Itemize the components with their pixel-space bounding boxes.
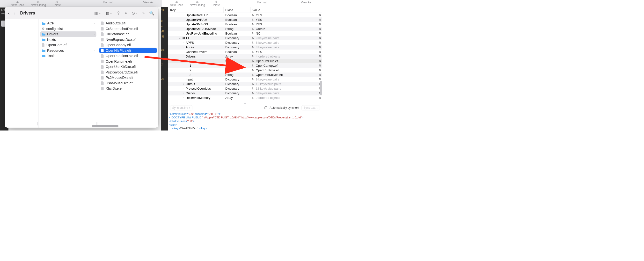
toolbar-new-child[interactable]: ⊕New Child	[170, 1, 183, 7]
nav-forward-button[interactable]: ›	[14, 10, 16, 16]
outline-row[interactable]: ›OutputDictionary⇅12 key/value pairs⇅	[168, 82, 322, 86]
finder-item[interactable]: ACPI›	[40, 20, 96, 26]
finder-title: Drivers	[20, 10, 35, 16]
outline-row[interactable]: ›InputDictionary⇅9 key/value pairs⇅	[168, 77, 322, 82]
toolbar-format[interactable]: Format	[104, 1, 113, 4]
pane-drag-handle[interactable]	[168, 102, 322, 105]
outline-row[interactable]: ›APFSDictionary⇅6 key/value pairs⇅	[168, 40, 322, 45]
finder-item[interactable]: OpenCore.efi	[40, 42, 96, 48]
outline-row[interactable]: ›ProtocolOverridesDictionary⇅18 key/valu…	[168, 86, 322, 91]
outline-row[interactable]: ›QuirksDictionary⇅6 key/value pairs⇅	[168, 91, 322, 96]
code-gutter-sliver: '/s te /s 要 项, co '/t r9	[161, 7, 168, 130]
toolbar-new-sibling[interactable]: ⊕New Sibling	[31, 1, 46, 7]
finder-item[interactable]: CrScreenshotDxe.efi	[99, 26, 157, 32]
column-resize-handle[interactable]	[97, 122, 98, 126]
outline-row[interactable]: 0String⇅OpenHfsPlus.efi⇅	[168, 59, 322, 63]
sync-text-button[interactable]: Sync text ↓	[302, 105, 320, 110]
outline-row[interactable]: ›ReservedMemoryArray⇅2 ordered objects⇅	[168, 96, 322, 100]
overflow-icon[interactable]: »	[142, 10, 146, 16]
nav-back-button[interactable]: ‹	[8, 10, 10, 16]
outline-rows: UpdateDataHubBoolean⇅YES⇅UpdateNVRAMBool…	[168, 13, 322, 100]
auto-sync-checkbox[interactable]: ✓	[264, 106, 267, 109]
vertical-scrollbar[interactable]	[320, 13, 322, 101]
outline-row[interactable]: ⌄UEFIDictionary⇅9 key/value pairs⇅	[168, 36, 322, 40]
finder-item[interactable]: OpenRuntime.efi	[99, 59, 157, 64]
group-icon[interactable]: ▦⌄	[104, 10, 113, 16]
finder-item[interactable]: NvmExpressDxe.efi	[99, 37, 157, 42]
left-app-toolbar: ⊕New Child ⊕New Sibling ⊖Delete Format V…	[0, 0, 162, 7]
column-value-header[interactable]: Value	[251, 7, 322, 13]
outline-row[interactable]: ›AudioDictionary⇅8 key/value pairs⇅	[168, 45, 322, 50]
actions-icon[interactable]: ⊙⌄	[130, 10, 139, 16]
horizontal-scroll-thumb[interactable]	[92, 125, 118, 127]
finder-item[interactable]: UsbMouseDxe.efi	[99, 80, 157, 86]
right-toolbar: ⊕New Child ⊕New Sibling ⊖Delete Format V…	[168, 0, 322, 7]
finder-column-1[interactable]	[5, 19, 39, 128]
toolbar-new-child[interactable]: ⊕New Child	[11, 1, 24, 7]
outline-row[interactable]: ConnectDriversBoolean⇅YES⇅	[168, 50, 322, 54]
toolbar-view-as[interactable]: View As	[143, 1, 154, 4]
finder-item[interactable]: ⚙︎config.plist	[40, 26, 96, 32]
finder-column-3[interactable]: AudioDxe.efiCrScreenshotDxe.efiHiiDataba…	[98, 19, 158, 128]
finder-item[interactable]: OpenPartitionDxe.efi	[99, 53, 157, 59]
finder-item[interactable]: Ps2MouseDxe.efi	[99, 75, 157, 80]
finder-item[interactable]: Drivers›	[40, 32, 96, 37]
finder-item[interactable]: OpenCanopy.efi	[99, 42, 157, 48]
view-columns-icon[interactable]: ▥⌄	[93, 10, 102, 16]
finder-window: ‹ › Drivers ▥⌄ ▦⌄ ⇪ ⌖ ⊙⌄ » 🔍 ACPI›⚙︎conf…	[5, 7, 158, 128]
share-icon[interactable]: ⇪	[116, 10, 121, 16]
xml-source-pane[interactable]: <?xml version="1.0" encoding="UTF-8"?> <…	[168, 111, 322, 130]
finder-item[interactable]: HiiDatabase.efi	[99, 32, 157, 37]
outline-row[interactable]: ⌄DriversArray⇅4 ordered objects⇅	[168, 54, 322, 59]
toolbar-view-as[interactable]: View As	[301, 1, 311, 4]
finder-item[interactable]: AudioDxe.efi	[99, 20, 157, 26]
outline-row[interactable]: UpdateNVRAMBoolean⇅YES⇅	[168, 18, 322, 22]
column-resize-handle[interactable]	[38, 122, 38, 126]
tags-icon[interactable]: ⌖	[124, 10, 128, 16]
column-key-header[interactable]: Key	[168, 7, 224, 13]
sync-outline-button[interactable]: Sync outline ↑	[170, 105, 192, 110]
finder-item[interactable]: Tools›	[40, 53, 96, 59]
finder-item[interactable]: XhciDxe.efi	[99, 86, 157, 91]
toolbar-delete[interactable]: ⊖Delete	[52, 1, 61, 7]
outline-row[interactable]: 2String⇅OpenRuntime.efi⇅	[168, 68, 322, 72]
outline-row[interactable]: 1String⇅OpenCanopy.efi⇅	[168, 63, 322, 68]
toolbar-new-sibling[interactable]: ⊕New Sibling	[190, 1, 205, 7]
toolbar-format[interactable]: Format	[258, 1, 267, 4]
toolbar-delete[interactable]: ⊖Delete	[212, 1, 220, 7]
finder-item[interactable]: Ps2KeyboardDxe.efi	[99, 70, 157, 75]
search-icon[interactable]: 🔍	[148, 10, 155, 16]
outline-row[interactable]: UseRawUuidEncodingBoolean⇅NO⇅	[168, 31, 322, 36]
finder-item[interactable]: Kexts›	[40, 37, 96, 42]
finder-item[interactable]: OpenHfsPlus.efi	[99, 48, 157, 54]
outline-row[interactable]: UpdateDataHubBoolean⇅YES⇅	[168, 13, 322, 18]
outline-row[interactable]: UpdateSMBIOSBoolean⇅YES⇅	[168, 22, 322, 26]
outline-header: Key Class Value	[168, 7, 322, 13]
sync-bar: Sync outline ↑ ✓ Automatically sync text…	[168, 105, 322, 111]
column-class-header[interactable]: Class	[224, 7, 251, 13]
finder-item[interactable]: OpenUsbKbDxe.efi	[99, 64, 157, 70]
plist-editor-window: ⊕New Child ⊕New Sibling ⊖Delete Format V…	[168, 0, 322, 130]
finder-item[interactable]: Resources›	[40, 48, 96, 54]
auto-sync-label: Automatically sync text	[270, 106, 299, 110]
outline-row[interactable]: 3String⇅OpenUsbKbDxe.efi⇅	[168, 72, 322, 77]
outline-row[interactable]: UpdateSMBIOSModeString⇅Create⇅	[168, 26, 322, 31]
finder-column-2[interactable]: ACPI›⚙︎config.plistDrivers›Kexts›OpenCor…	[39, 19, 98, 128]
finder-toolbar: ‹ › Drivers ▥⌄ ▦⌄ ⇪ ⌖ ⊙⌄ » 🔍	[5, 7, 158, 19]
